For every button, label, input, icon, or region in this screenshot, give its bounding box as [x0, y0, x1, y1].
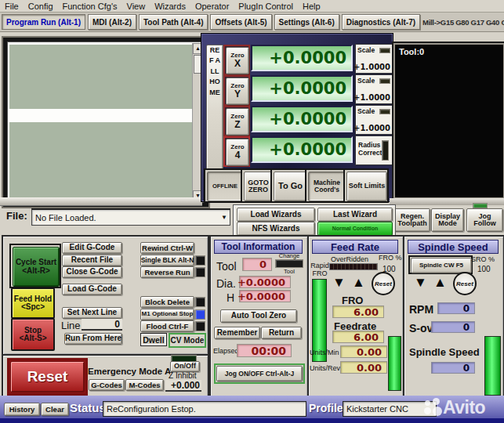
spindle-level-bar[interactable]: [484, 336, 501, 396]
menu-view[interactable]: View: [122, 1, 150, 12]
zero-z-frame: Zero Z: [223, 106, 250, 136]
rewind-button[interactable]: Rewind Ctrl-W: [140, 242, 194, 254]
axis4-dro[interactable]: +0.0000: [251, 136, 353, 163]
remember-button[interactable]: Remember: [214, 327, 260, 339]
combobox-dropdown-icon[interactable]: ▼: [221, 214, 230, 221]
change-tool-button[interactable]: [275, 259, 303, 268]
spindle-down-arrow-icon[interactable]: ▼: [414, 276, 427, 289]
display-mode-button[interactable]: Display Mode: [431, 208, 464, 232]
close-gcode-button[interactable]: Close G-Code: [62, 266, 122, 278]
block-delete-button[interactable]: Block Delete: [140, 296, 194, 308]
fro-up-arrow-icon[interactable]: ▲: [352, 276, 365, 289]
file-combobox[interactable]: No File Loaded. ▼: [31, 208, 230, 226]
z-scale-value[interactable]: +1.0000: [354, 124, 390, 132]
nfs-wizards-button[interactable]: NFS Wizards: [237, 222, 315, 236]
load-wizards-button[interactable]: Load Wizards: [237, 208, 315, 222]
z-inhibit-value-field[interactable]: +0.000: [165, 380, 201, 392]
last-wizard-button[interactable]: Last Wizard: [317, 208, 393, 222]
tab-offsets[interactable]: Offsets (Alt-5): [210, 14, 271, 30]
jog-onoff-button[interactable]: Jog ON/OFF Ctrl-Alt-J: [216, 366, 303, 381]
zero-y-button[interactable]: Zero Y: [226, 78, 249, 105]
y-scale-value[interactable]: +1.0000: [354, 93, 390, 102]
tab-mdi[interactable]: MDI (Alt-2): [88, 14, 136, 30]
m1-optional-stop-button[interactable]: M1 Optional Stop: [140, 309, 194, 320]
overridden-label: OverRidden: [331, 255, 368, 263]
radius-correct-led[interactable]: [382, 140, 389, 161]
sro-pct-label: SRO %: [471, 255, 495, 263]
fro-reset-button[interactable]: Reset: [372, 272, 395, 295]
spindle-cw-button[interactable]: Spindle CW F5: [411, 258, 472, 273]
mcodes-button[interactable]: M-Codes: [125, 379, 164, 391]
zero-z-button[interactable]: Zero Z: [226, 108, 249, 136]
fro-dro[interactable]: 6.00: [332, 306, 384, 318]
spindle-speed-dro[interactable]: 0: [431, 362, 475, 374]
soft-limits-button[interactable]: Soft Limits: [346, 172, 387, 201]
sov-dro: 0: [431, 321, 475, 333]
toolpath-tool-readout: Tool:0: [399, 47, 424, 56]
gcodes-button[interactable]: G-Codes: [89, 379, 125, 391]
single-blk-button[interactable]: Single BLK Alt-N: [140, 255, 194, 266]
gcode-listbox[interactable]: ▲ ▼: [7, 42, 205, 203]
tab-diagnostics[interactable]: Diagnostics (Alt-7): [342, 14, 420, 30]
offline-button[interactable]: OFFLINE: [207, 172, 243, 201]
z-axis-dro[interactable]: +0.0000: [251, 106, 353, 132]
normal-condition-button[interactable]: Normal Condition: [317, 222, 393, 236]
change-tool-label-bottom: Tool: [275, 268, 303, 275]
feedrate-level-bar[interactable]: [388, 336, 401, 391]
menu-function-cfgs[interactable]: Function Cfg's: [58, 1, 122, 12]
menu-file[interactable]: File: [0, 1, 24, 12]
toolpath-display[interactable]: Tool:0: [393, 43, 504, 199]
recent-file-button[interactable]: Recent File: [62, 255, 122, 266]
feed-rate-title: Feed Rate: [312, 240, 398, 254]
y-scale-box: Scale +1.0000: [355, 74, 393, 104]
regen-toolpath-button[interactable]: Regen. Toolpath: [394, 208, 430, 232]
tab-program-run[interactable]: Program Run (Alt-1): [2, 14, 85, 30]
auto-tool-zero-button[interactable]: Auto Tool Zero: [220, 309, 297, 323]
load-gcode-button[interactable]: Load G-Code: [62, 284, 122, 295]
fro-slider[interactable]: [329, 263, 378, 270]
clear-button[interactable]: Clear: [41, 403, 69, 416]
cycle-start-button[interactable]: Cycle Start <Alt-R>: [13, 247, 60, 287]
tool-h-dro[interactable]: +0.0000: [239, 290, 291, 302]
history-button[interactable]: History: [4, 403, 40, 416]
reverse-run-button[interactable]: Reverse Run: [140, 266, 194, 278]
reset-button[interactable]: Reset: [10, 361, 85, 392]
flood-button[interactable]: Flood Ctrl-F: [140, 320, 194, 332]
stop-button[interactable]: Stop <Alt-S>: [11, 318, 55, 351]
set-next-line-button[interactable]: Set Next Line: [62, 307, 122, 319]
tab-settings[interactable]: Settings (Alt-6): [274, 14, 339, 30]
spindle-speed-panel: Spindle Speed Spindle CW F5 SRO % 100 ▼ …: [403, 235, 504, 399]
y-scale-led: [379, 78, 390, 84]
run-from-here-button[interactable]: Run From Here: [64, 333, 122, 345]
menu-operator[interactable]: Operator: [190, 1, 234, 12]
tool-dia-dro[interactable]: +0.0000: [239, 276, 291, 288]
y-axis-dro[interactable]: +0.0000: [251, 75, 353, 102]
spindle-up-arrow-icon[interactable]: ▲: [433, 276, 447, 289]
x-scale-value[interactable]: +1.0000: [354, 63, 390, 71]
z-inhibit-value: +0.000: [171, 380, 200, 391]
return-button[interactable]: Return: [261, 327, 302, 339]
menu-config[interactable]: Config: [24, 1, 58, 12]
menu-wizards[interactable]: Wizards: [150, 1, 190, 12]
menu-help[interactable]: Help: [298, 1, 325, 12]
goto-zero-button[interactable]: GOTO ZERO: [244, 172, 273, 201]
cv-mode-label: CV Mode: [171, 336, 205, 345]
spindle-reset-button[interactable]: Reset: [453, 272, 477, 295]
current-tool-dro[interactable]: 0: [242, 258, 272, 271]
jog-follow-button[interactable]: Jog Follow: [466, 208, 503, 232]
z-inhibit-label: Z Inhibit: [169, 371, 197, 380]
tab-tool-path[interactable]: Tool Path (Alt-4): [139, 14, 208, 30]
line-number-field[interactable]: 0: [82, 319, 122, 331]
zero-x-button[interactable]: Zero X: [226, 47, 249, 74]
machine-coords-button[interactable]: Machine Coord's: [308, 172, 346, 201]
x-axis-dro[interactable]: +0.0000: [251, 45, 353, 71]
zero-4-button[interactable]: Zero 4: [226, 139, 249, 166]
feedrate-dro[interactable]: 6.00: [332, 331, 384, 343]
fro-down-arrow-icon[interactable]: ▼: [332, 276, 346, 289]
feed-hold-button[interactable]: Feed Hold <Spc>: [11, 287, 55, 319]
edit-gcode-button[interactable]: Edit G-Code: [62, 242, 122, 254]
z-inhibit-onoff-button[interactable]: On/Off: [170, 361, 200, 372]
to-go-button[interactable]: To Go: [274, 172, 307, 201]
menu-plugin-control[interactable]: PlugIn Control: [234, 1, 298, 12]
wizard-button-group: Load Wizards Last Wizard NFS Wizards Nor…: [233, 204, 396, 238]
